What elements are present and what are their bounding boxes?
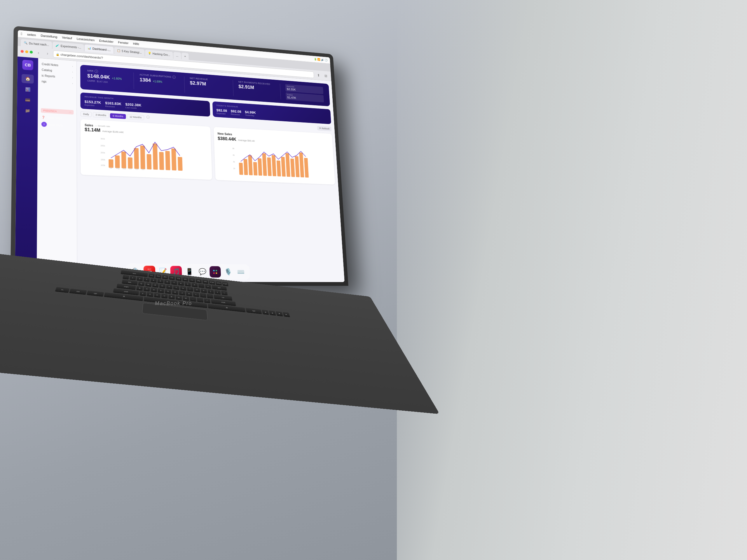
key-x[interactable]: X [147,292,153,297]
key-q[interactable]: Q [138,281,145,286]
key-l[interactable]: L [193,292,199,297]
key-a[interactable]: A [136,286,143,290]
key-3[interactable]: 3 [143,277,150,282]
dock-podcasts[interactable]: 🎙️ [222,266,234,278]
fullscreen-button[interactable] [30,51,33,54]
subs-info-icon[interactable]: i [173,76,176,79]
key-option[interactable]: opt [87,291,104,296]
key-p[interactable]: P [201,289,207,293]
sidebar-logo[interactable]: CB [22,60,33,71]
key-7[interactable]: 7 [171,280,177,284]
key-6[interactable]: 6 [164,280,171,284]
key-control[interactable]: ctrl [70,289,87,294]
key-arrow-down[interactable]: ▼ [276,311,283,316]
browser-tab-5[interactable]: ... [173,52,181,59]
key-f5[interactable]: F5 [176,276,181,281]
extensions-button[interactable]: ⊞ [323,73,329,79]
forward-button[interactable]: › [44,50,51,57]
back-button[interactable]: ‹ [35,50,42,56]
key-j[interactable]: J [179,291,185,295]
key-2[interactable]: 2 [136,276,143,281]
key-fn[interactable]: fn [55,287,70,292]
key-f12[interactable]: F12 [222,282,229,286]
sidebar-item-billing[interactable]: 💳 [21,95,33,105]
key-backslash[interactable]: \ [221,291,227,295]
key-bracket-right[interactable]: ] [214,290,221,294]
tab-3months[interactable]: 3 Months [93,112,109,118]
key-k[interactable]: K [186,291,192,296]
menu-entwickler[interactable]: Entwickler [99,39,113,43]
key-slash[interactable]: / [204,298,210,303]
dock-slack[interactable] [209,266,221,277]
key-e[interactable]: E [152,283,158,287]
tab-6months[interactable]: 6 Months [110,113,126,119]
key-g[interactable]: G [165,289,171,293]
key-semicolon[interactable]: ; [200,293,206,297]
key-c[interactable]: C [154,293,160,297]
key-quote[interactable]: ' [207,294,213,298]
menu-seiten[interactable]: seiten [27,33,36,37]
psd2-badge[interactable]: PSD2/SCA ··· [41,108,74,115]
key-m[interactable]: M [183,296,189,301]
key-4[interactable]: 4 [150,278,156,282]
share-button[interactable]: ⬆ [316,72,321,78]
key-equals[interactable]: = [205,284,211,288]
menu-fenster[interactable]: Fenster [118,41,128,45]
sidebar-item-dashboard[interactable]: 🏠 [22,74,34,84]
menu-lesezeichen[interactable]: Lesezeichen [77,37,95,42]
dock-messages[interactable]: 💬 [197,266,208,277]
sidebar-item-analytics[interactable]: 📊 [21,85,33,94]
key-t[interactable]: T [166,284,172,289]
psd2-more-icon[interactable]: ··· [69,110,71,113]
key-8[interactable]: 8 [178,281,184,285]
close-button[interactable] [21,50,24,53]
key-5[interactable]: 5 [157,279,163,283]
key-f10[interactable]: F10 [209,280,215,284]
key-f9[interactable]: F9 [202,279,208,284]
tab-daily[interactable]: Daily [80,111,92,117]
menu-verlauf[interactable]: Verlauf [62,35,72,40]
key-w[interactable]: W [145,282,151,287]
key-bracket-left[interactable]: [ [207,289,214,293]
key-f4[interactable]: F4 [169,276,175,280]
key-f[interactable]: F [158,288,164,293]
key-f6[interactable]: F6 [182,277,188,281]
apple-menu[interactable]:  [21,32,22,36]
key-arrow-right[interactable]: ► [283,312,290,317]
key-r[interactable]: R [159,284,165,288]
key-n[interactable]: N [176,295,182,300]
key-option-right[interactable]: opt [246,308,262,314]
key-9[interactable]: 9 [185,282,191,286]
key-o[interactable]: O [194,288,200,292]
key-0[interactable]: 0 [191,283,198,287]
key-i[interactable]: I [187,287,193,291]
key-z[interactable]: Z [139,291,146,296]
key-u[interactable]: U [180,286,186,291]
key-b[interactable]: B [169,294,175,299]
key-1[interactable]: 1 [130,276,136,280]
key-y[interactable]: Y [173,285,179,290]
dock-keyboard[interactable]: ⌨️ [235,266,246,278]
menu-darstellung[interactable]: Darstellung [41,34,57,38]
key-minus[interactable]: - [198,284,204,288]
key-v[interactable]: V [161,293,168,298]
key-f7[interactable]: F7 [189,278,195,282]
mrr-info-icon[interactable]: i [95,70,98,73]
refresh-button[interactable]: ⟳ Refresh [317,126,332,131]
new-tab-button[interactable]: + [181,53,189,60]
minimize-button[interactable] [25,50,28,53]
key-s[interactable]: S [144,287,150,291]
key-f1[interactable]: F1 [149,273,155,277]
need-help-more-icon[interactable]: ··· [71,117,73,121]
key-period[interactable]: . [197,297,203,302]
key-backtick[interactable]: ` [123,275,129,279]
menu-hilfe[interactable]: Hilfe [133,42,139,46]
sidebar-item-catalog[interactable]: 📁 [21,106,33,115]
key-h[interactable]: H [172,290,178,294]
key-f8[interactable]: F8 [196,279,202,283]
key-arrow-up[interactable]: ▲ [269,310,276,315]
key-f11[interactable]: F11 [216,281,222,285]
key-arrow-left[interactable]: ◄ [262,310,269,314]
key-f2[interactable]: F2 [155,274,161,278]
key-d[interactable]: D [151,288,157,292]
